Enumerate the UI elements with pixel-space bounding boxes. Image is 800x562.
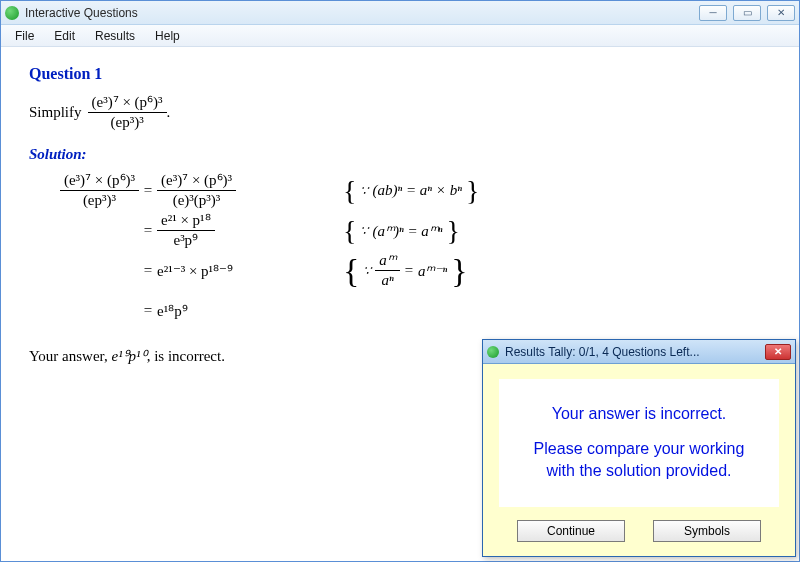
dialog-title: Results Tally: 0/1, 4 Questions Left... [505,345,765,359]
titlebar: Interactive Questions ─ ▭ ✕ [1,1,799,25]
brace-right-icon: } [447,217,460,245]
close-icon: ✕ [774,346,782,357]
menu-results[interactable]: Results [85,27,145,45]
rule-2: { ∵(aᵐ)ⁿ = aᵐⁿ } [343,217,460,245]
maximize-icon: ▭ [743,7,752,18]
dialog-buttons: Continue Symbols [493,520,785,542]
feedback-prefix: Your answer, [29,348,111,364]
step-2: = e²¹ × p¹⁸ e³p⁹ { ∵(aᵐ)ⁿ = aᵐⁿ } [29,211,771,251]
equals-sign: = [139,222,157,239]
brace-left-icon: { [343,254,359,288]
dialog-titlebar: Results Tally: 0/1, 4 Questions Left... … [483,340,795,364]
brace-left-icon: { [343,177,356,205]
dialog-close-button[interactable]: ✕ [765,344,791,360]
because-icon: ∵ [360,183,368,199]
results-dialog: Results Tally: 0/1, 4 Questions Left... … [482,339,796,557]
solution-steps: (e³)⁷ × (p⁶)³ (ep³)³ = (e³)⁷ × (p⁶)³ (e)… [29,171,771,331]
symbols-button[interactable]: Symbols [653,520,761,542]
equals-sign: = [139,302,157,319]
feedback-suffix: , is incorrect. [147,348,225,364]
prompt-denominator: (ep³)³ [88,113,167,132]
question-heading: Question 1 [29,65,771,83]
menubar: File Edit Results Help [1,25,799,47]
step3-rhs: e²¹⁻³ × p¹⁸⁻⁹ [157,262,307,280]
brace-left-icon: { [343,217,356,245]
prompt-period: . [167,104,171,121]
dialog-line-2: Please compare your working [534,438,745,460]
question-prompt: Simplify (e³)⁷ × (p⁶)³ (ep³)³ . [29,93,771,132]
step-4: = e¹⁸p⁹ [29,291,771,331]
step1-lhs: (e³)⁷ × (p⁶)³ (ep³)³ [29,171,139,210]
prompt-label: Simplify [29,104,82,121]
close-icon: ✕ [777,7,785,18]
prompt-numerator: (e³)⁷ × (p⁶)³ [88,93,167,113]
prompt-expression: (e³)⁷ × (p⁶)³ (ep³)³ [88,93,167,132]
step-3: = e²¹⁻³ × p¹⁸⁻⁹ { ∵ aᵐ aⁿ = aᵐ⁻ⁿ } [29,251,771,291]
step2-rhs: e²¹ × p¹⁸ e³p⁹ [157,211,307,250]
dialog-line-3: with the solution provided. [547,460,732,482]
because-icon: ∵ [360,223,368,239]
maximize-button[interactable]: ▭ [733,5,761,21]
equals-sign: = [139,262,157,279]
continue-button[interactable]: Continue [517,520,625,542]
brace-right-icon: } [466,177,479,205]
equals-sign: = [139,182,157,199]
solution-heading: Solution: [29,146,771,163]
dialog-body: Your answer is incorrect. Please compare… [483,364,795,552]
user-answer: e¹⁹p¹⁰ [111,348,146,364]
window-title: Interactive Questions [25,6,699,20]
step-1: (e³)⁷ × (p⁶)³ (ep³)³ = (e³)⁷ × (p⁶)³ (e)… [29,171,771,211]
dialog-message: Your answer is incorrect. Please compare… [498,378,780,508]
main-window: Interactive Questions ─ ▭ ✕ File Edit Re… [0,0,800,562]
rule-1: { ∵(ab)ⁿ = aⁿ × bⁿ } [343,177,479,205]
menu-edit[interactable]: Edit [44,27,85,45]
menu-file[interactable]: File [5,27,44,45]
menu-help[interactable]: Help [145,27,190,45]
dialog-line-1: Your answer is incorrect. [552,403,727,425]
step4-rhs: e¹⁸p⁹ [157,302,307,320]
minimize-icon: ─ [709,7,716,18]
app-icon [5,6,19,20]
because-icon: ∵ [363,263,371,279]
minimize-button[interactable]: ─ [699,5,727,21]
brace-right-icon: } [451,254,467,288]
window-buttons: ─ ▭ ✕ [699,5,795,21]
close-button[interactable]: ✕ [767,5,795,21]
dialog-app-icon [487,346,499,358]
rule-3: { ∵ aᵐ aⁿ = aᵐ⁻ⁿ } [343,251,468,290]
step1-rhs: (e³)⁷ × (p⁶)³ (e)³(p³)³ [157,171,307,210]
